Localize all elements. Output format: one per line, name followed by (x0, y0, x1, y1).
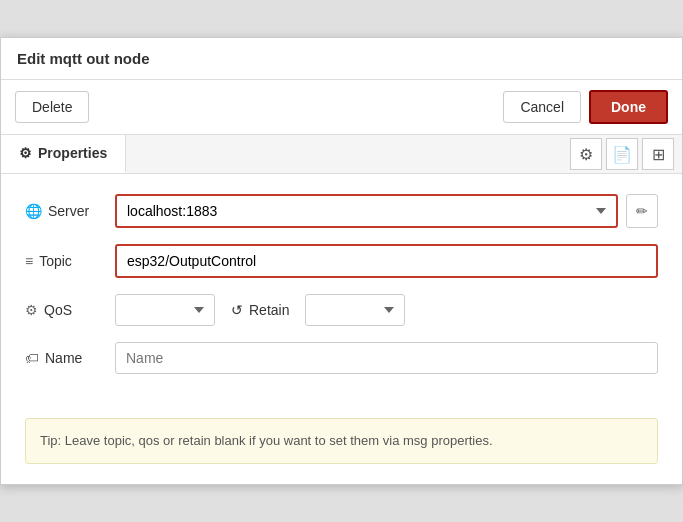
retain-select[interactable]: false true (305, 294, 405, 326)
topic-label: ≡ Topic (25, 253, 115, 269)
tip-box: Tip: Leave topic, qos or retain blank if… (25, 418, 658, 464)
name-icon: 🏷 (25, 350, 39, 366)
form-body: 🌐 Server localhost:1883 ✏ ≡ Topic (1, 174, 682, 410)
cancel-button[interactable]: Cancel (503, 91, 581, 123)
qos-icon: ⚙ (25, 302, 38, 318)
topic-icon: ≡ (25, 253, 33, 269)
doc-icon: 📄 (612, 145, 632, 164)
tab-properties[interactable]: ⚙ Properties (1, 135, 126, 173)
settings-icon: ⚙ (579, 145, 593, 164)
edit-server-button[interactable]: ✏ (626, 194, 658, 228)
topic-input[interactable] (115, 244, 658, 278)
doc-icon-button[interactable]: 📄 (606, 138, 638, 170)
retain-icon: ↺ (231, 302, 243, 318)
done-button[interactable]: Done (589, 90, 668, 124)
tab-icon-group: ⚙ 📄 ⊞ (570, 138, 682, 170)
dialog-title: Edit mqtt out node (1, 38, 682, 80)
layout-icon: ⊞ (652, 145, 665, 164)
layout-icon-button[interactable]: ⊞ (642, 138, 674, 170)
settings-icon-button[interactable]: ⚙ (570, 138, 602, 170)
qos-retain-controls: 0 1 2 ↺ Retain false true (115, 294, 658, 326)
tab-properties-label: Properties (38, 145, 107, 161)
server-row: 🌐 Server localhost:1883 ✏ (25, 194, 658, 228)
server-select[interactable]: localhost:1883 (115, 194, 618, 228)
retain-label-wrap: ↺ Retain (231, 302, 289, 318)
name-input[interactable] (115, 342, 658, 374)
tabs-bar: ⚙ Properties ⚙ 📄 ⊞ (1, 135, 682, 174)
name-row: 🏷 Name (25, 342, 658, 374)
server-icon: 🌐 (25, 203, 42, 219)
edit-mqtt-out-dialog: Edit mqtt out node Delete Cancel Done ⚙ … (0, 37, 683, 485)
qos-label: ⚙ QoS (25, 302, 115, 318)
name-label: 🏷 Name (25, 350, 115, 366)
server-label: 🌐 Server (25, 203, 115, 219)
delete-button[interactable]: Delete (15, 91, 89, 123)
pencil-icon: ✏ (636, 203, 648, 219)
topic-row: ≡ Topic (25, 244, 658, 278)
server-input-wrap: localhost:1883 ✏ (115, 194, 658, 228)
qos-retain-row: ⚙ QoS 0 1 2 ↺ Retain false true (25, 294, 658, 326)
toolbar: Delete Cancel Done (1, 80, 682, 135)
gear-icon: ⚙ (19, 145, 32, 161)
qos-select[interactable]: 0 1 2 (115, 294, 215, 326)
